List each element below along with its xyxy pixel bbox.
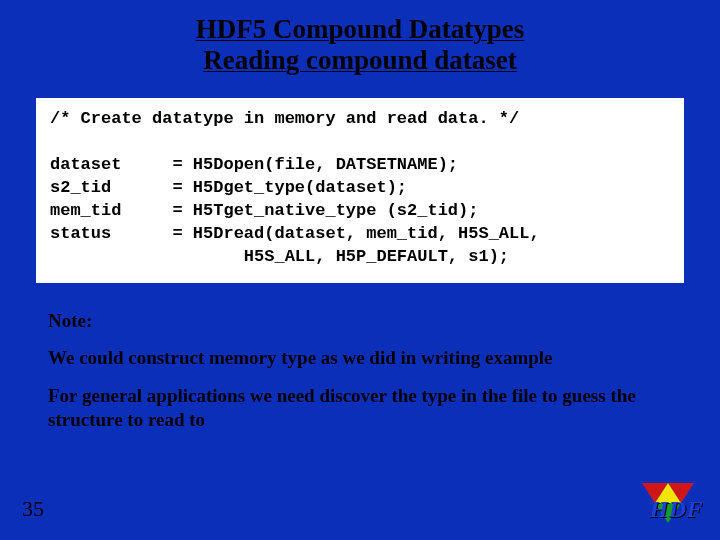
code-line: s2_tid = H5Dget_type(dataset);: [50, 178, 407, 197]
notes-paragraph: We could construct memory type as we did…: [48, 346, 672, 370]
code-line: H5S_ALL, H5P_DEFAULT, s1);: [50, 247, 509, 266]
code-block: /* Create datatype in memory and read da…: [36, 98, 684, 283]
slide: HDF5 Compound Datatypes Reading compound…: [0, 0, 720, 540]
hdf-logo-text: HDF: [649, 496, 703, 523]
code-line: mem_tid = H5Tget_native_type (s2_tid);: [50, 201, 478, 220]
slide-title: HDF5 Compound Datatypes Reading compound…: [0, 0, 720, 76]
notes: Note: We could construct memory type as …: [48, 309, 672, 432]
notes-paragraph: For general applications we need discove…: [48, 384, 672, 432]
code-comment: /* Create datatype in memory and read da…: [50, 109, 519, 128]
title-line-2: Reading compound dataset: [203, 45, 517, 75]
notes-label: Note:: [48, 309, 672, 333]
code-line: status = H5Dread(dataset, mem_tid, H5S_A…: [50, 224, 540, 243]
title-line-1: HDF5 Compound Datatypes: [196, 14, 525, 44]
slide-number: 35: [22, 496, 44, 522]
code-line: dataset = H5Dopen(file, DATSETNAME);: [50, 155, 458, 174]
